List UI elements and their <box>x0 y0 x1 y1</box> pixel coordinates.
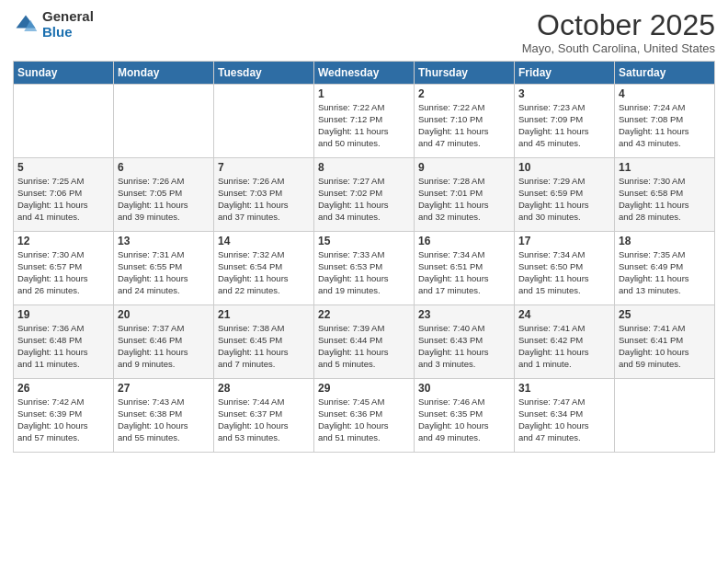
col-tuesday: Tuesday <box>214 62 314 85</box>
day-info: Sunrise: 7:33 AM Sunset: 6:53 PM Dayligh… <box>318 249 410 296</box>
day-info: Sunrise: 7:39 AM Sunset: 6:44 PM Dayligh… <box>318 323 410 370</box>
day-info: Sunrise: 7:45 AM Sunset: 6:36 PM Dayligh… <box>318 396 410 443</box>
day-info: Sunrise: 7:34 AM Sunset: 6:50 PM Dayligh… <box>518 249 610 296</box>
day-number: 28 <box>218 382 310 395</box>
day-number: 9 <box>418 161 510 174</box>
day-info: Sunrise: 7:22 AM Sunset: 7:10 PM Dayligh… <box>418 102 510 149</box>
day-number: 5 <box>17 161 109 174</box>
calendar-cell-w1-d3 <box>214 85 314 158</box>
day-info: Sunrise: 7:28 AM Sunset: 7:01 PM Dayligh… <box>418 176 510 223</box>
calendar-cell-w3-d6: 17Sunrise: 7:34 AM Sunset: 6:50 PM Dayli… <box>515 232 615 305</box>
day-info: Sunrise: 7:35 AM Sunset: 6:49 PM Dayligh… <box>619 249 711 296</box>
logo-icon <box>13 12 39 38</box>
day-info: Sunrise: 7:46 AM Sunset: 6:35 PM Dayligh… <box>418 396 510 443</box>
calendar-cell-w3-d5: 16Sunrise: 7:34 AM Sunset: 6:51 PM Dayli… <box>415 232 515 305</box>
calendar-cell-w3-d3: 14Sunrise: 7:32 AM Sunset: 6:54 PM Dayli… <box>214 232 314 305</box>
col-saturday: Saturday <box>615 62 715 85</box>
day-number: 26 <box>17 382 109 395</box>
day-number: 14 <box>218 235 310 247</box>
day-info: Sunrise: 7:30 AM Sunset: 6:58 PM Dayligh… <box>619 176 711 223</box>
day-info: Sunrise: 7:36 AM Sunset: 6:48 PM Dayligh… <box>17 323 109 370</box>
day-info: Sunrise: 7:41 AM Sunset: 6:42 PM Dayligh… <box>518 323 610 370</box>
day-info: Sunrise: 7:40 AM Sunset: 6:43 PM Dayligh… <box>418 323 510 370</box>
day-number: 23 <box>418 308 510 321</box>
day-info: Sunrise: 7:27 AM Sunset: 7:02 PM Dayligh… <box>318 176 410 223</box>
calendar-week-4: 19Sunrise: 7:36 AM Sunset: 6:48 PM Dayli… <box>14 305 715 379</box>
day-info: Sunrise: 7:47 AM Sunset: 6:34 PM Dayligh… <box>518 396 610 443</box>
day-info: Sunrise: 7:29 AM Sunset: 6:59 PM Dayligh… <box>518 176 610 223</box>
calendar-cell-w4-d5: 23Sunrise: 7:40 AM Sunset: 6:43 PM Dayli… <box>415 305 515 379</box>
day-number: 16 <box>418 235 510 247</box>
day-number: 22 <box>318 308 410 321</box>
day-info: Sunrise: 7:37 AM Sunset: 6:46 PM Dayligh… <box>118 323 210 370</box>
calendar-cell-w1-d4: 1Sunrise: 7:22 AM Sunset: 7:12 PM Daylig… <box>314 85 415 158</box>
day-info: Sunrise: 7:43 AM Sunset: 6:38 PM Dayligh… <box>118 396 210 443</box>
calendar-cell-w2-d3: 7Sunrise: 7:26 AM Sunset: 7:03 PM Daylig… <box>214 158 314 232</box>
day-number: 2 <box>418 87 510 100</box>
calendar-cell-w2-d6: 10Sunrise: 7:29 AM Sunset: 6:59 PM Dayli… <box>515 158 615 232</box>
calendar-cell-w5-d5: 30Sunrise: 7:46 AM Sunset: 6:35 PM Dayli… <box>415 379 515 453</box>
day-info: Sunrise: 7:26 AM Sunset: 7:03 PM Dayligh… <box>218 176 310 223</box>
day-number: 21 <box>218 308 310 321</box>
day-number: 31 <box>518 382 610 395</box>
day-info: Sunrise: 7:42 AM Sunset: 6:39 PM Dayligh… <box>17 396 109 443</box>
col-thursday: Thursday <box>415 62 515 85</box>
day-number: 17 <box>518 235 610 247</box>
day-number: 7 <box>218 161 310 174</box>
calendar-week-3: 12Sunrise: 7:30 AM Sunset: 6:57 PM Dayli… <box>14 232 715 305</box>
day-number: 19 <box>17 308 109 321</box>
calendar-cell-w3-d7: 18Sunrise: 7:35 AM Sunset: 6:49 PM Dayli… <box>615 232 715 305</box>
calendar-cell-w3-d1: 12Sunrise: 7:30 AM Sunset: 6:57 PM Dayli… <box>14 232 114 305</box>
day-info: Sunrise: 7:32 AM Sunset: 6:54 PM Dayligh… <box>218 249 310 296</box>
day-number: 11 <box>619 161 711 174</box>
header: General Blue October 2025 Mayo, South Ca… <box>13 9 715 55</box>
day-info: Sunrise: 7:44 AM Sunset: 6:37 PM Dayligh… <box>218 396 310 443</box>
calendar-cell-w3-d2: 13Sunrise: 7:31 AM Sunset: 6:55 PM Dayli… <box>114 232 214 305</box>
logo-blue: Blue <box>42 25 94 40</box>
calendar-cell-w2-d2: 6Sunrise: 7:26 AM Sunset: 7:05 PM Daylig… <box>114 158 214 232</box>
calendar-week-2: 5Sunrise: 7:25 AM Sunset: 7:06 PM Daylig… <box>14 158 715 232</box>
day-number: 30 <box>418 382 510 395</box>
day-number: 4 <box>619 87 711 100</box>
day-number: 29 <box>318 382 410 395</box>
calendar-cell-w4-d6: 24Sunrise: 7:41 AM Sunset: 6:42 PM Dayli… <box>515 305 615 379</box>
calendar-cell-w3-d4: 15Sunrise: 7:33 AM Sunset: 6:53 PM Dayli… <box>314 232 415 305</box>
day-number: 10 <box>518 161 610 174</box>
calendar-cell-w2-d5: 9Sunrise: 7:28 AM Sunset: 7:01 PM Daylig… <box>415 158 515 232</box>
calendar-header-row: Sunday Monday Tuesday Wednesday Thursday… <box>14 62 715 85</box>
calendar-cell-w2-d7: 11Sunrise: 7:30 AM Sunset: 6:58 PM Dayli… <box>615 158 715 232</box>
calendar-cell-w4-d3: 21Sunrise: 7:38 AM Sunset: 6:45 PM Dayli… <box>214 305 314 379</box>
calendar-cell-w1-d7: 4Sunrise: 7:24 AM Sunset: 7:08 PM Daylig… <box>615 85 715 158</box>
day-info: Sunrise: 7:30 AM Sunset: 6:57 PM Dayligh… <box>17 249 109 296</box>
day-number: 12 <box>17 235 109 247</box>
calendar-cell-w2-d4: 8Sunrise: 7:27 AM Sunset: 7:02 PM Daylig… <box>314 158 415 232</box>
title-block: October 2025 Mayo, South Carolina, Unite… <box>522 9 715 55</box>
calendar-cell-w4-d2: 20Sunrise: 7:37 AM Sunset: 6:46 PM Dayli… <box>114 305 214 379</box>
calendar-cell-w4-d4: 22Sunrise: 7:39 AM Sunset: 6:44 PM Dayli… <box>314 305 415 379</box>
calendar-cell-w1-d5: 2Sunrise: 7:22 AM Sunset: 7:10 PM Daylig… <box>415 85 515 158</box>
day-number: 25 <box>619 308 711 321</box>
day-number: 8 <box>318 161 410 174</box>
col-friday: Friday <box>515 62 615 85</box>
day-info: Sunrise: 7:34 AM Sunset: 6:51 PM Dayligh… <box>418 249 510 296</box>
day-number: 6 <box>118 161 210 174</box>
day-info: Sunrise: 7:23 AM Sunset: 7:09 PM Dayligh… <box>518 102 610 149</box>
day-info: Sunrise: 7:31 AM Sunset: 6:55 PM Dayligh… <box>118 249 210 296</box>
month-title: October 2025 <box>522 9 715 41</box>
calendar-cell-w5-d4: 29Sunrise: 7:45 AM Sunset: 6:36 PM Dayli… <box>314 379 415 453</box>
calendar-cell-w1-d1 <box>14 85 114 158</box>
day-number: 20 <box>118 308 210 321</box>
calendar-cell-w4-d1: 19Sunrise: 7:36 AM Sunset: 6:48 PM Dayli… <box>14 305 114 379</box>
calendar-cell-w5-d7 <box>615 379 715 453</box>
day-number: 1 <box>318 87 410 100</box>
col-wednesday: Wednesday <box>314 62 415 85</box>
calendar-cell-w5-d2: 27Sunrise: 7:43 AM Sunset: 6:38 PM Dayli… <box>114 379 214 453</box>
calendar-cell-w1-d2 <box>114 85 214 158</box>
day-number: 24 <box>518 308 610 321</box>
calendar-week-1: 1Sunrise: 7:22 AM Sunset: 7:12 PM Daylig… <box>14 85 715 158</box>
calendar-cell-w5-d3: 28Sunrise: 7:44 AM Sunset: 6:37 PM Dayli… <box>214 379 314 453</box>
location-title: Mayo, South Carolina, United States <box>522 41 715 55</box>
calendar-cell-w5-d1: 26Sunrise: 7:42 AM Sunset: 6:39 PM Dayli… <box>14 379 114 453</box>
day-number: 13 <box>118 235 210 247</box>
logo: General Blue <box>13 9 94 40</box>
